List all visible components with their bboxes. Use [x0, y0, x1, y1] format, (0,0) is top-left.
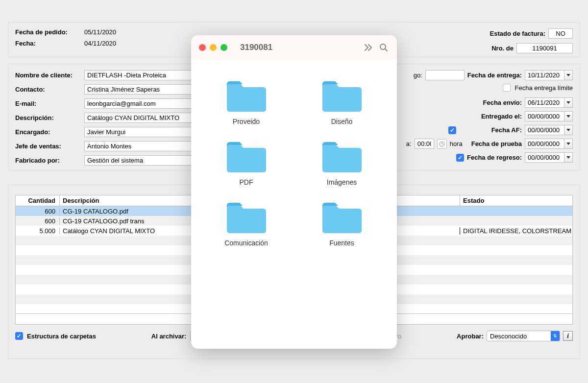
label-fecha-af: Fecha AF: — [491, 126, 522, 134]
input-entregado[interactable] — [525, 111, 564, 121]
input-fecha-entrega[interactable] — [525, 70, 564, 80]
label-nombre-cliente: Nombre de cliente: — [15, 72, 81, 79]
label-jefe: Jefe de ventas: — [15, 143, 81, 150]
input-descripcion[interactable] — [84, 113, 195, 123]
label-a: a: — [406, 140, 412, 147]
label-estructura: Estructura de carpetas — [27, 333, 96, 340]
folder-icon — [320, 201, 364, 235]
value-fecha: 04/11/2020 — [84, 40, 116, 47]
folder-label: Proveido — [233, 118, 260, 125]
label-email: E-mail: — [15, 100, 81, 107]
input-contacto[interactable] — [84, 84, 195, 95]
input-nombre-cliente[interactable] — [84, 70, 195, 80]
chevron-down-icon[interactable] — [564, 111, 573, 121]
chevron-down-icon[interactable] — [564, 125, 573, 135]
label-al-archivar: Al archivar: — [151, 333, 187, 340]
input-hora[interactable] — [415, 139, 434, 149]
svg-line-2 — [385, 49, 387, 51]
folder-label: Diseño — [331, 118, 353, 125]
folder-item[interactable]: Diseño — [301, 79, 382, 125]
label-fecha-limite: Fecha entrega límite — [514, 84, 573, 92]
finder-body: Proveido Diseño PDF Imágenes Comunicació… — [191, 60, 397, 266]
folder-item[interactable]: Comunicación — [206, 201, 287, 247]
input-jefe[interactable] — [84, 141, 195, 151]
value-fecha-pedido: 05/11/2020 — [84, 28, 116, 36]
info-button[interactable]: i — [563, 331, 573, 341]
label-fecha: Fecha: — [15, 40, 81, 47]
input-nro[interactable] — [516, 43, 573, 53]
finder-window: 3190081 Proveido Diseño PDF Imágenes Com… — [191, 35, 397, 349]
folder-item[interactable]: Imágenes — [301, 140, 382, 186]
folder-icon — [225, 79, 268, 114]
label-descripcion: Descripción: — [15, 114, 81, 121]
label-aprobar: Aprobar: — [457, 333, 484, 340]
select-aprobar[interactable]: Desconocido ⇅ — [487, 331, 560, 341]
close-icon[interactable] — [199, 44, 206, 51]
checkbox-fecha-limite[interactable] — [503, 84, 511, 92]
label-entregado: Entregado el: — [481, 113, 522, 120]
input-estado-factura[interactable] — [548, 28, 573, 39]
input-encargado[interactable] — [84, 127, 195, 137]
folder-icon — [225, 201, 268, 235]
folder-label: Imágenes — [327, 178, 357, 186]
folder-item[interactable]: Proveido — [206, 79, 287, 125]
chevron-down-icon[interactable] — [564, 152, 573, 163]
chevron-double-right-icon[interactable] — [364, 42, 374, 53]
maximize-icon[interactable] — [220, 44, 227, 51]
label-contacto: Contacto: — [15, 86, 81, 93]
checkbox-fecha-af[interactable]: ✓ — [448, 126, 456, 134]
minimize-icon[interactable] — [210, 44, 217, 51]
folder-item[interactable]: Fuentes — [301, 201, 382, 247]
label-estado-factura: Estado de factura: — [490, 30, 545, 37]
folder-label: Fuentes — [329, 239, 354, 247]
label-fabricado: Fabricado por: — [15, 157, 81, 164]
th-cantidad[interactable]: Cantidad — [16, 195, 60, 206]
input-fecha-prueba[interactable] — [525, 139, 564, 149]
input-fabricado[interactable] — [84, 155, 195, 166]
th-estado[interactable]: Estado — [460, 195, 572, 206]
folder-label: PDF — [240, 178, 253, 186]
label-hora: hora — [450, 140, 463, 147]
input-fecha-envio[interactable] — [525, 97, 564, 108]
folder-item[interactable]: PDF — [206, 140, 287, 186]
folder-icon — [225, 140, 268, 174]
input-email[interactable] — [84, 98, 195, 109]
input-go[interactable] — [425, 70, 465, 80]
finder-title: 3190081 — [240, 43, 360, 52]
finder-titlebar[interactable]: 3190081 — [191, 35, 397, 60]
chevron-updown-icon: ⇅ — [551, 331, 560, 341]
folder-icon — [320, 140, 364, 174]
folder-icon — [320, 79, 364, 114]
label-encargado: Encargado: — [15, 128, 81, 136]
chevron-down-icon[interactable] — [564, 139, 573, 149]
search-icon[interactable] — [378, 42, 389, 53]
label-fecha-envio: Fecha envío: — [483, 99, 522, 106]
input-fecha-regreso[interactable] — [525, 152, 564, 163]
label-fecha-prueba: Fecha de prueba — [471, 140, 522, 147]
label-fecha-pedido: Fecha de pedido: — [15, 28, 81, 36]
label-fecha-entrega: Fecha de entrega: — [467, 72, 522, 79]
chevron-down-icon[interactable] — [564, 70, 573, 80]
label-nro: Nro. de — [491, 45, 514, 52]
label-go: go: — [414, 72, 422, 79]
input-fecha-af[interactable] — [525, 125, 564, 135]
checkbox-fecha-regreso[interactable]: ✓ — [456, 154, 464, 162]
label-fecha-regreso: Fecha de regreso: — [467, 154, 522, 161]
chevron-down-icon[interactable] — [564, 97, 573, 108]
clock-icon[interactable] — [437, 139, 447, 149]
checkbox-estructura[interactable]: ✓ — [15, 332, 23, 340]
folder-label: Comunicación — [224, 239, 268, 247]
